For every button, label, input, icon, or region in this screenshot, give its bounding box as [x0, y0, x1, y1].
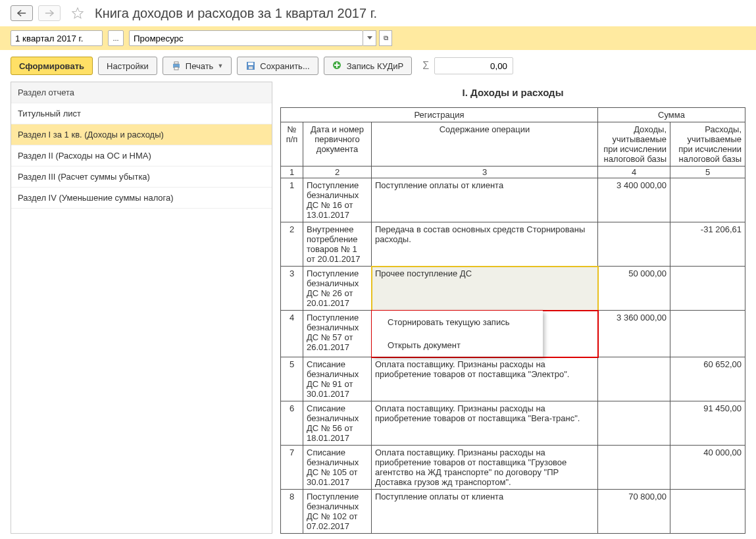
cell-document[interactable]: Списание безналичных ДС № 91 от 30.01.20… — [303, 357, 372, 401]
svg-rect-2 — [174, 67, 178, 70]
cell-income[interactable]: 3 360 000,00 — [598, 311, 670, 357]
cell-number: 8 — [281, 490, 303, 534]
favorite-icon[interactable] — [71, 7, 84, 20]
cell-income[interactable] — [598, 222, 670, 267]
cell-operation[interactable]: Передача в состав основных средств Сторн… — [372, 222, 598, 267]
table-row[interactable]: 1Поступление безналичных ДС № 16 от 13.0… — [281, 178, 745, 222]
header-operation: Содержание операции — [372, 122, 598, 167]
colnum: 2 — [303, 167, 372, 178]
context-menu: Сторнировать текущую записьОткрыть докум… — [372, 311, 543, 357]
sum-field[interactable] — [434, 57, 513, 74]
table-row[interactable]: 4Поступление безналичных ДС № 57 от 26.0… — [281, 311, 745, 357]
cell-number: 3 — [281, 267, 303, 311]
section-title: I. Доходы и расходы — [280, 82, 745, 107]
form-button-label: Сформировать — [19, 61, 84, 71]
cell-expense[interactable]: -31 206,61 — [670, 222, 745, 267]
cell-income[interactable] — [598, 357, 670, 401]
colnum: 5 — [670, 167, 745, 178]
header-expense: Расходы, учитываемые при исчислении нало… — [670, 122, 745, 167]
report-table: Регистрация Сумма № п/п Дата и номер пер… — [280, 107, 745, 534]
cell-document[interactable]: Списание безналичных ДС № 56 от 18.01.20… — [303, 401, 372, 446]
cell-operation[interactable]: Сторнировать текущую записьОткрыть докум… — [372, 311, 598, 357]
header-number: № п/п — [281, 122, 303, 167]
settings-button-label: Настройки — [107, 61, 149, 71]
cell-operation[interactable]: Прочее поступление ДС — [372, 267, 598, 311]
svg-rect-4 — [248, 63, 253, 65]
cell-document[interactable]: Поступление безналичных ДС № 16 от 13.01… — [303, 178, 372, 222]
cell-expense[interactable]: 91 450,00 — [670, 401, 745, 446]
context-storno[interactable]: Сторнировать текущую запись — [372, 311, 543, 334]
organization-dropdown-button[interactable] — [363, 30, 376, 46]
cell-number: 5 — [281, 357, 303, 401]
cell-number: 1 — [281, 178, 303, 222]
sigma-icon: Σ — [422, 60, 429, 72]
organization-select[interactable] — [129, 30, 363, 46]
cell-expense[interactable]: 40 000,00 — [670, 446, 745, 490]
cell-expense[interactable] — [670, 178, 745, 222]
print-button[interactable]: Печать▼ — [163, 57, 232, 75]
cell-number: 4 — [281, 311, 303, 357]
table-row[interactable]: 3Поступление безналичных ДС № 26 от 20.0… — [281, 267, 745, 311]
cell-document[interactable]: Поступление безналичных ДС № 102 от 07.0… — [303, 490, 372, 534]
cell-income[interactable]: 70 800,00 — [598, 490, 670, 534]
cell-expense[interactable] — [670, 311, 745, 357]
printer-icon — [171, 61, 182, 71]
header-sum: Сумма — [598, 108, 745, 122]
cell-document[interactable]: Поступление безналичных ДС № 57 от 26.01… — [303, 311, 372, 357]
forward-button[interactable] — [38, 5, 61, 21]
cell-document[interactable]: Внутреннее потребление товаров № 1 от 20… — [303, 222, 372, 267]
page-title: Книга доходов и расходов за 1 квартал 20… — [95, 6, 377, 21]
sidebar-item-section4[interactable]: Раздел IV (Уменьшение суммы налога) — [11, 188, 272, 209]
table-row[interactable]: 7Списание безналичных ДС № 105 от 30.01.… — [281, 446, 745, 490]
cell-number: 6 — [281, 401, 303, 446]
cell-operation[interactable]: Оплата поставщику. Признаны расходы на п… — [372, 357, 598, 401]
report-area: I. Доходы и расходы Регистрация Сумма № … — [280, 82, 745, 534]
section-sidebar: Раздел отчета Титульный лист Раздел I за… — [11, 82, 272, 534]
cell-number: 2 — [281, 222, 303, 267]
sidebar-item-section3[interactable]: Раздел III (Расчет суммы убытка) — [11, 167, 272, 188]
sidebar-item-section2[interactable]: Раздел II (Расходы на ОС и НМА) — [11, 145, 272, 167]
sidebar-item-title-page[interactable]: Титульный лист — [11, 103, 272, 124]
cell-operation[interactable]: Оплата поставщику. Признаны расходы на п… — [372, 401, 598, 446]
table-row[interactable]: 6Списание безналичных ДС № 56 от 18.01.2… — [281, 401, 745, 446]
form-button[interactable]: Сформировать — [11, 57, 93, 75]
sidebar-item-section1[interactable]: Раздел I за 1 кв. (Доходы и расходы) — [11, 124, 272, 145]
colnum: 3 — [372, 167, 598, 178]
cell-income[interactable] — [598, 446, 670, 490]
cell-income[interactable] — [598, 401, 670, 446]
save-button[interactable]: Сохранить... — [237, 57, 318, 75]
kudir-button[interactable]: Запись КУДиР — [324, 57, 412, 75]
colnum: 1 — [281, 167, 303, 178]
period-input[interactable] — [11, 30, 103, 46]
cell-expense[interactable] — [670, 267, 745, 311]
cell-operation[interactable]: Оплата поставщику. Признаны расходы на п… — [372, 446, 598, 490]
floppy-icon — [245, 61, 256, 71]
context-open-document[interactable]: Открыть документ — [372, 334, 543, 357]
svg-rect-1 — [174, 62, 178, 64]
header-income: Доходы, учитываемые при исчислении налог… — [598, 122, 670, 167]
print-button-label: Печать — [186, 61, 214, 71]
organization-open-button[interactable]: ⧉ — [379, 30, 392, 46]
header-registration: Регистрация — [281, 108, 598, 122]
plus-icon — [332, 61, 343, 71]
cell-number: 7 — [281, 446, 303, 490]
cell-expense[interactable] — [670, 490, 745, 534]
settings-button[interactable]: Настройки — [98, 57, 157, 75]
sidebar-header: Раздел отчета — [11, 82, 272, 103]
table-row[interactable]: 2Внутреннее потребление товаров № 1 от 2… — [281, 222, 745, 267]
table-row[interactable]: 8Поступление безналичных ДС № 102 от 07.… — [281, 490, 745, 534]
cell-expense[interactable]: 60 652,00 — [670, 357, 745, 401]
colnum: 4 — [598, 167, 670, 178]
save-button-label: Сохранить... — [260, 61, 309, 71]
table-row[interactable]: 5Списание безналичных ДС № 91 от 30.01.2… — [281, 357, 745, 401]
back-button[interactable] — [11, 5, 33, 21]
cell-income[interactable]: 3 400 000,00 — [598, 178, 670, 222]
period-picker-button[interactable]: ... — [108, 30, 124, 46]
cell-document[interactable]: Списание безналичных ДС № 105 от 30.01.2… — [303, 446, 372, 490]
cell-operation[interactable]: Поступление оплаты от клиента — [372, 490, 598, 534]
cell-operation[interactable]: Поступление оплаты от клиента — [372, 178, 598, 222]
cell-income[interactable]: 50 000,00 — [598, 267, 670, 311]
svg-rect-5 — [249, 66, 253, 69]
kudir-button-label: Запись КУДиР — [347, 61, 403, 71]
cell-document[interactable]: Поступление безналичных ДС № 26 от 20.01… — [303, 267, 372, 311]
